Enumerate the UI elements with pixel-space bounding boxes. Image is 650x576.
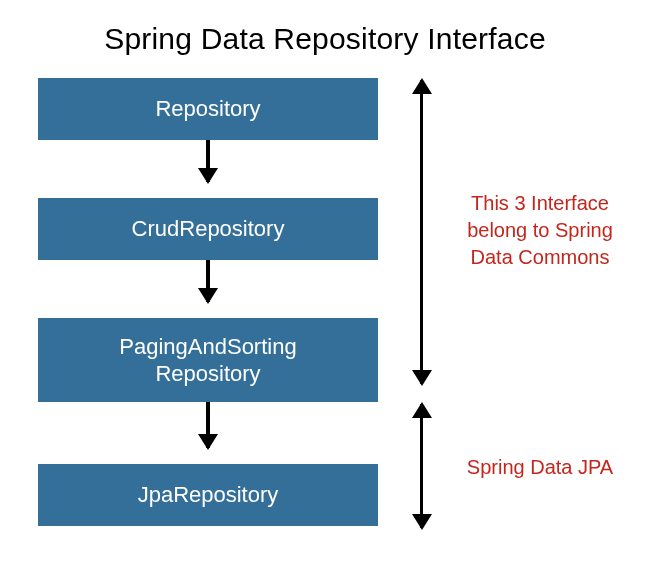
box-repository: Repository [38, 78, 378, 140]
arrow-down-icon [206, 402, 210, 448]
box-label: Repository [155, 95, 260, 123]
hierarchy-column: Repository CrudRepository PagingAndSorti… [38, 78, 378, 526]
diagram-title: Spring Data Repository Interface [0, 0, 650, 74]
box-crud-repository: CrudRepository [38, 198, 378, 260]
box-label: JpaRepository [138, 481, 279, 509]
box-paging-sorting-repository: PagingAndSorting Repository [38, 318, 378, 402]
arrow-down-icon [206, 260, 210, 302]
annotation-commons: This 3 Interface belong to Spring Data C… [450, 190, 630, 271]
box-label: CrudRepository [132, 215, 285, 243]
annotation-jpa: Spring Data JPA [450, 454, 630, 481]
box-jpa-repository: JpaRepository [38, 464, 378, 526]
double-arrow-icon [420, 80, 423, 384]
double-arrow-icon [420, 404, 423, 528]
box-label: PagingAndSorting Repository [119, 333, 296, 388]
arrow-down-icon [206, 140, 210, 182]
